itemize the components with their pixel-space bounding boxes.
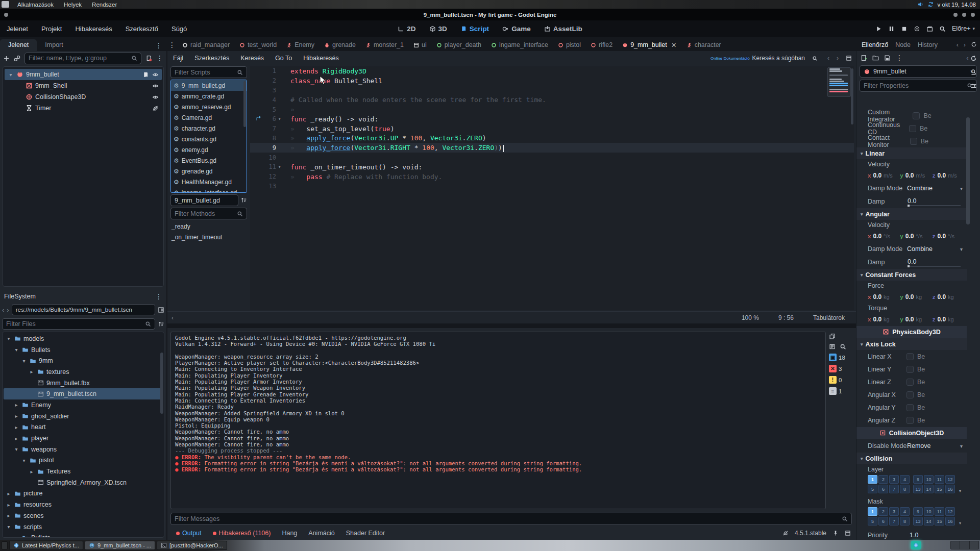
resource-menu-icon[interactable]: ⋮	[896, 54, 903, 62]
axis-y-value[interactable]: y0.0kg	[900, 293, 930, 300]
bit-15[interactable]: 15	[935, 517, 944, 525]
workspace-script[interactable]: Script	[460, 25, 489, 33]
checkbox[interactable]	[906, 366, 914, 373]
expand-bottom-panel-icon[interactable]	[845, 530, 851, 536]
fs-item-Textures[interactable]: ▸Textures	[4, 466, 163, 477]
inspector-tab-node[interactable]: Node	[895, 41, 911, 48]
checkbox[interactable]	[906, 404, 914, 411]
bottom-tab-output[interactable]: Output	[172, 530, 206, 537]
script-item-EventBus.gd[interactable]: ⚙EventBus.gd	[171, 155, 247, 166]
bit-6[interactable]: 6	[878, 517, 888, 525]
script-tab-character[interactable]: character	[687, 41, 721, 48]
grid-expand-icon[interactable]: ▾	[959, 489, 961, 493]
value-field[interactable]: 1.0	[910, 532, 963, 539]
axis-x-value[interactable]: x0.0m/s	[868, 172, 898, 179]
bit-9[interactable]: 9	[913, 507, 923, 516]
property-filter-icon[interactable]	[970, 83, 977, 89]
pin-bottom-panel-icon[interactable]	[832, 530, 839, 536]
bit-4[interactable]: 4	[900, 507, 910, 516]
log-copy-icon[interactable]	[829, 333, 836, 340]
script-tab-ingame_interface[interactable]: ingame_interface	[491, 41, 548, 48]
script-item-character.gd[interactable]: ⚙character.gd	[171, 123, 247, 134]
script-tab-player_death[interactable]: player_death	[436, 41, 481, 48]
log-clear-icon[interactable]	[829, 343, 836, 350]
dropdown[interactable]: Combine	[907, 245, 960, 253]
checkbox[interactable]	[906, 417, 914, 424]
fs-back-icon[interactable]: ‹	[2, 306, 4, 314]
workspace-2d[interactable]: 2D	[398, 25, 415, 33]
script-tab-monster_1[interactable]: monster_1	[365, 41, 404, 48]
script-item-grenade.gd[interactable]: ⚙grenade.gd	[171, 166, 247, 177]
load-resource-icon[interactable]	[872, 55, 879, 61]
script-tabs-menu-icon[interactable]: ⋮	[168, 41, 176, 49]
bit-8[interactable]: 8	[900, 517, 910, 525]
method-item-_ready[interactable]: _ready	[172, 223, 246, 230]
filter-scripts-input[interactable]: Filter Scripts	[170, 66, 247, 78]
stop-button[interactable]	[901, 26, 908, 32]
fs-item-heart[interactable]: ▸heart	[4, 422, 163, 433]
menu-szerkesztő[interactable]: Szerkesztő	[119, 25, 165, 33]
float-panel-icon[interactable]	[846, 55, 852, 61]
axis-z-value[interactable]: z0.0m/s	[933, 172, 963, 179]
scene-filter-input[interactable]: Filter: name, t:type, g:group	[24, 53, 141, 64]
menu-projekt[interactable]: Projekt	[35, 25, 68, 33]
script-forward-icon[interactable]: ›	[837, 55, 839, 62]
renderer-select[interactable]: Előre+▾	[952, 25, 975, 32]
scene-node-Timer[interactable]: Timer	[14, 103, 162, 114]
log-filter-badge-0[interactable]: ▣18	[829, 354, 845, 361]
script-menu-szerkesztés[interactable]: Szerkesztés	[189, 55, 235, 62]
bit-5[interactable]: 5	[868, 485, 877, 493]
bit-3[interactable]: 3	[889, 475, 899, 484]
bit-1[interactable]: 1	[868, 507, 877, 516]
visibility-toggle-icon[interactable]	[152, 94, 159, 101]
fs-item-9_mm_bullet.tscn[interactable]: 9_mm_bullet.tscn	[4, 388, 163, 399]
script-item-ammo_crate.gd[interactable]: ⚙ammo_crate.gd	[171, 91, 247, 102]
section-linear[interactable]: ▾Linear	[856, 147, 967, 159]
bit-2[interactable]: 2	[878, 507, 888, 516]
bit-11[interactable]: 11	[935, 507, 944, 516]
checkbox[interactable]	[910, 138, 917, 145]
script-tab-grenade[interactable]: grenade	[324, 41, 356, 48]
script-tab-rifle2[interactable]: rifle2	[591, 41, 612, 48]
axis-z-value[interactable]: z0.0°/s	[933, 233, 963, 240]
slider[interactable]: 0.0	[908, 197, 961, 206]
menu-hibakeresés[interactable]: Hibakeresés	[68, 25, 118, 33]
fs-item-picture[interactable]: ▸picture	[4, 488, 163, 499]
menu-jelenet[interactable]: Jelenet	[0, 25, 35, 33]
section-axis-lock[interactable]: ▾Axis Lock	[856, 338, 967, 350]
fs-sort-icon[interactable]	[158, 321, 164, 328]
log-filter-badge-2[interactable]: !0	[829, 376, 842, 384]
filter-messages-input[interactable]: Filter Messages	[170, 513, 852, 525]
taskbar-window-godot[interactable]: 9_mm_bullet.tscn - ...	[85, 541, 155, 550]
log-filter-badge-1[interactable]: ✕3	[829, 365, 842, 372]
script-list-scrollbar[interactable]	[243, 81, 246, 127]
script-tab-9_mm_bullet[interactable]: 9_mm_bullet✕	[622, 41, 676, 49]
fs-item-scenes[interactable]: ▸scenes	[4, 510, 163, 521]
bit-13[interactable]: 13	[913, 517, 923, 525]
script-item-ingame_interface.gd[interactable]: ⚙ingame_interface.gd	[171, 187, 247, 193]
fs-forward-icon[interactable]: ›	[7, 306, 9, 314]
section-angular[interactable]: ▾Angular	[856, 208, 967, 220]
instance-scene-button[interactable]	[14, 55, 20, 62]
method-sort-icon[interactable]	[240, 197, 247, 204]
bottom-tab-hang[interactable]: Hang	[277, 530, 302, 537]
applications-menu-icon[interactable]	[2, 1, 9, 8]
bit-8[interactable]: 8	[900, 485, 910, 493]
fs-item-Bullets[interactable]: ▸Bullets	[4, 532, 163, 538]
output-log[interactable]: Godot Engine v4.5.1.stable.official.f62f…	[170, 332, 826, 509]
fs-item-Springfield_Armory_XD.tscn[interactable]: Springfield_Armory_XD.tscn	[4, 477, 163, 488]
bottom-tab-hibakereső[interactable]: Hibakereső (1106)	[208, 530, 276, 537]
inspected-node-select[interactable]: 9mm_bullet▾	[860, 65, 977, 78]
fs-filter-input[interactable]: Filter Files	[2, 318, 155, 330]
bit-7[interactable]: 7	[889, 485, 899, 493]
bit-10[interactable]: 10	[924, 507, 934, 516]
show-desktop-button[interactable]	[2, 541, 8, 549]
workspace-game[interactable]: Game	[502, 25, 531, 33]
desktop-menu-2[interactable]: Rendszer	[87, 0, 122, 9]
script-item-enemy.gd[interactable]: ⚙enemy.gd	[171, 144, 247, 155]
fs-item-pistol[interactable]: ▾pistol	[4, 455, 163, 466]
scene-node-CollisionShape3D[interactable]: CollisionShape3D	[14, 91, 162, 103]
fs-item-weapons[interactable]: ▾weapons	[4, 444, 163, 455]
play-scene-button[interactable]	[914, 26, 920, 32]
code-minimap[interactable]	[829, 68, 849, 95]
